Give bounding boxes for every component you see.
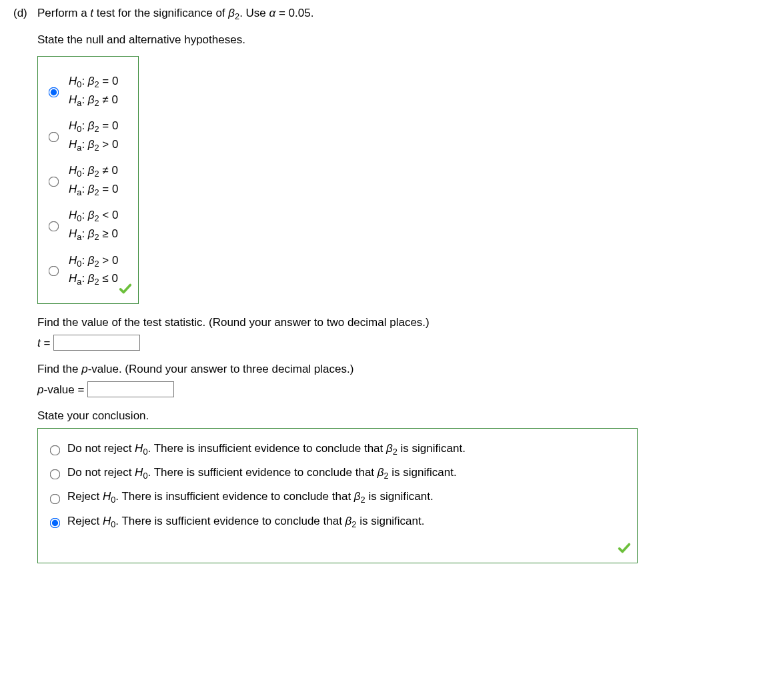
conclusion-option-2-radio[interactable]	[50, 469, 61, 480]
text: . Use	[239, 7, 269, 19]
hypothesis-option-2-label: H0: β2 = 0 Ha: β2 > 0	[69, 117, 118, 154]
hypothesis-option-1-label: H0: β2 = 0 Ha: β2 ≠ 0	[69, 73, 118, 109]
checkmark-icon	[617, 541, 632, 559]
text: Perform a	[37, 7, 90, 19]
conclusion-option-3-label: Reject H0. There is insufficient evidenc…	[67, 490, 434, 505]
p-value-input[interactable]	[87, 381, 174, 397]
conclusion-option-4-label: Reject H0. There is sufficient evidence …	[67, 515, 424, 529]
p-label-eq: -value =	[43, 383, 87, 395]
p-var: p	[81, 363, 87, 375]
hypothesis-option-4-radio[interactable]	[49, 221, 59, 232]
find-p-value-label: Find the p-value. (Round your answer to …	[37, 363, 747, 376]
hypothesis-option-1-radio[interactable]	[49, 87, 59, 98]
conclusion-option-3-radio[interactable]	[50, 493, 61, 504]
conclusion-option-4-radio[interactable]	[50, 518, 61, 529]
question-prompt: Perform a t test for the significance of…	[37, 7, 313, 21]
hypothesis-option-2-radio[interactable]	[49, 132, 59, 143]
p-value-input-row: p-value =	[37, 381, 747, 397]
state-conclusion-label: State your conclusion.	[37, 409, 747, 423]
checkmark-icon	[118, 281, 133, 299]
text: Find the	[37, 363, 81, 375]
alpha: α	[269, 7, 276, 19]
hypothesis-option-3-radio[interactable]	[49, 177, 59, 187]
t-label-eq: =	[41, 336, 53, 349]
conclusion-option-1-radio[interactable]	[50, 445, 61, 455]
hypothesis-option-4-label: H0: β2 < 0 Ha: β2 ≥ 0	[69, 207, 118, 243]
state-hypotheses-label: State the null and alternative hypothese…	[37, 33, 747, 47]
text: -value. (Round your answer to three deci…	[88, 363, 354, 375]
conclusion-group: Do not reject H0. There is insufficient …	[37, 428, 638, 564]
t-value-input[interactable]	[53, 335, 140, 351]
hypothesis-option-3-label: H0: β2 ≠ 0 Ha: β2 = 0	[69, 162, 118, 199]
text: = 0.05.	[275, 7, 313, 19]
find-test-statistic-label: Find the value of the test statistic. (R…	[37, 316, 747, 329]
hypothesis-option-5-label: H0: β2 > 0 Ha: β2 ≤ 0	[69, 252, 118, 289]
t-input-row: t =	[37, 335, 747, 351]
beta: β	[228, 7, 235, 19]
hypothesis-option-5-radio[interactable]	[49, 266, 59, 277]
conclusion-option-2-label: Do not reject H0. There is sufficient ev…	[67, 466, 457, 481]
conclusion-option-1-label: Do not reject H0. There is insufficient …	[67, 442, 466, 457]
hypotheses-group: H0: β2 = 0 Ha: β2 ≠ 0 H0: β2 = 0 Ha: β2 …	[37, 56, 139, 303]
text: test for the significance of	[93, 7, 228, 19]
part-label: (d)	[13, 7, 37, 20]
